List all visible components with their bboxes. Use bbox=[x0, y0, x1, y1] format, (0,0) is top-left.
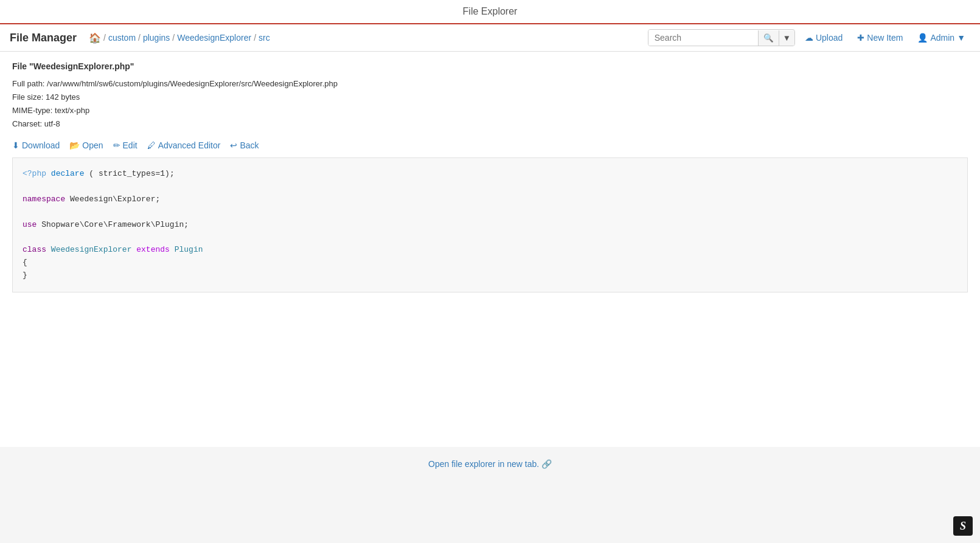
upload-button[interactable]: ☁ Upload bbox=[800, 30, 847, 46]
plus-icon: ✚ bbox=[857, 33, 864, 43]
file-mime: MIME-type: text/x-php bbox=[12, 104, 968, 117]
top-bar: File Explorer bbox=[0, 0, 980, 24]
new-item-button[interactable]: ✚ New Item bbox=[852, 30, 908, 46]
user-icon: 👤 bbox=[917, 33, 928, 43]
full-path-label: Full path: bbox=[12, 79, 44, 88]
code-declare: declare bbox=[51, 169, 85, 178]
open-link[interactable]: 📂 Open bbox=[69, 140, 103, 150]
breadcrumb-weedesign[interactable]: WeedesignExplorer bbox=[177, 33, 251, 43]
code-line-blank-2 bbox=[23, 206, 957, 219]
code-line-brace-close: } bbox=[23, 269, 957, 282]
back-icon: ↩ bbox=[230, 140, 237, 150]
file-info-title: File "WeedesignExplorer.php" bbox=[12, 61, 968, 71]
file-info: File "WeedesignExplorer.php" Full path: … bbox=[12, 61, 968, 131]
file-size-value: 142 bytes bbox=[46, 92, 80, 102]
file-full-path: Full path: /var/www/html/sw6/custom/plug… bbox=[12, 77, 968, 91]
breadcrumb-sep-1: / bbox=[103, 33, 106, 43]
back-label: Back bbox=[240, 140, 259, 150]
action-bar: ⬇ Download 📂 Open ✏ Edit 🖊 Advanced Edit… bbox=[12, 140, 968, 150]
code-php-open: <?php bbox=[23, 169, 46, 178]
file-charset: Charset: utf-8 bbox=[12, 117, 968, 131]
breadcrumb-sep-4: / bbox=[254, 33, 256, 43]
admin-dropdown-icon: ▼ bbox=[957, 33, 965, 43]
breadcrumb-sep-2: / bbox=[138, 33, 141, 43]
search-group: 🔍 ▼ bbox=[648, 29, 795, 46]
breadcrumb-src[interactable]: src bbox=[259, 33, 270, 43]
mime-type-label: MIME-type: bbox=[12, 106, 52, 115]
breadcrumb-plugins[interactable]: plugins bbox=[143, 33, 170, 43]
code-line-use: use Shopware\Core\Framework\Plugin; bbox=[23, 219, 957, 232]
advanced-editor-link[interactable]: 🖊 Advanced Editor bbox=[147, 140, 221, 150]
advanced-editor-label: Advanced Editor bbox=[158, 140, 221, 150]
admin-button[interactable]: 👤 Admin ▼ bbox=[912, 30, 970, 46]
code-line-brace-open: { bbox=[23, 257, 957, 269]
search-dropdown-button[interactable]: ▼ bbox=[779, 30, 794, 46]
edit-icon: ✏ bbox=[113, 140, 120, 150]
navbar-right: 🔍 ▼ ☁ Upload ✚ New Item 👤 Admin ▼ bbox=[648, 29, 970, 46]
navbar: File Manager 🏠 / custom / plugins / Weed… bbox=[0, 24, 980, 52]
breadcrumb-home[interactable]: 🏠 bbox=[89, 32, 101, 44]
download-label: Download bbox=[22, 140, 60, 150]
search-button[interactable]: 🔍 bbox=[758, 30, 779, 46]
open-label: Open bbox=[82, 140, 103, 150]
download-icon: ⬇ bbox=[12, 140, 19, 150]
file-info-details: Full path: /var/www/html/sw6/custom/plug… bbox=[12, 77, 968, 131]
footer-link[interactable]: Open file explorer in new tab. 🔗 bbox=[428, 459, 552, 469]
file-size: File size: 142 bytes bbox=[12, 91, 968, 104]
page-title: File Explorer bbox=[463, 6, 518, 16]
code-line-namespace: namespace Weedesign\Explorer; bbox=[23, 193, 957, 206]
edit-link[interactable]: ✏ Edit bbox=[113, 140, 137, 150]
search-input[interactable] bbox=[648, 30, 758, 46]
code-line-1: <?php declare ( strict_types=1); bbox=[23, 168, 957, 181]
code-line-blank-1 bbox=[23, 181, 957, 193]
breadcrumb-custom[interactable]: custom bbox=[108, 33, 136, 43]
download-link[interactable]: ⬇ Download bbox=[12, 140, 60, 150]
upload-icon: ☁ bbox=[805, 33, 813, 43]
advanced-editor-icon: 🖊 bbox=[147, 140, 156, 150]
code-line-class: class WeedesignExplorer extends Plugin bbox=[23, 244, 957, 257]
code-block: <?php declare ( strict_types=1); namespa… bbox=[12, 157, 968, 292]
file-size-label: File size: bbox=[12, 92, 43, 102]
charset-value: utf-8 bbox=[44, 119, 60, 128]
back-link[interactable]: ↩ Back bbox=[230, 140, 259, 150]
breadcrumb-sep-3: / bbox=[172, 33, 175, 43]
open-icon: 📂 bbox=[69, 140, 80, 150]
full-path-value: /var/www/html/sw6/custom/plugins/Weedesi… bbox=[47, 79, 338, 88]
edit-label: Edit bbox=[123, 140, 137, 150]
breadcrumb: 🏠 / custom / plugins / WeedesignExplorer… bbox=[89, 32, 641, 44]
charset-label: Charset: bbox=[12, 119, 42, 128]
navbar-brand: File Manager bbox=[10, 32, 77, 44]
footer: Open file explorer in new tab. 🔗 bbox=[0, 447, 980, 481]
mime-type-value: text/x-php bbox=[55, 106, 89, 115]
code-line-blank-3 bbox=[23, 231, 957, 244]
main-content: File "WeedesignExplorer.php" Full path: … bbox=[0, 52, 980, 447]
